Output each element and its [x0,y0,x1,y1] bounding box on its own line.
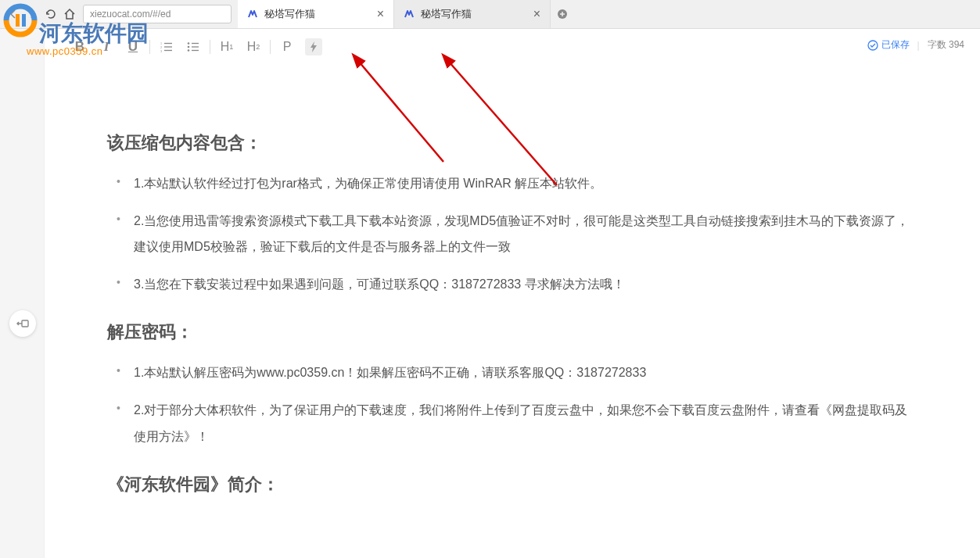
svg-text:3: 3 [160,48,162,52]
list-item: 2.当您使用迅雷等搜索资源模式下载工具下载本站资源，发现MD5值验证不对时，很可… [131,208,917,260]
format-toolbar: B I U 123 H1 H2 P [45,29,980,65]
ordered-list-button[interactable]: 123 [153,35,180,59]
status-divider: | [917,40,920,51]
editor-area: B I U 123 H1 H2 P 已保存 | 字数 [0,29,980,558]
back-panel-button[interactable] [9,310,36,337]
list-item: 1.本站默认解压密码为www.pc0359.cn！如果解压密码不正确，请联系客服… [131,359,917,386]
paragraph-button[interactable]: P [274,35,300,59]
heading2-button[interactable]: H2 [240,35,267,59]
tab-title: 秘塔写作猫 [421,7,529,21]
content-list: 1.本站默认软件经过打包为rar格式，为确保正常使用请使用 WinRAR 解压本… [107,170,917,297]
svg-rect-3 [22,320,28,327]
svg-point-10 [188,42,190,45]
flash-button[interactable] [305,38,322,55]
underline-button[interactable]: U [120,35,146,59]
home-icon[interactable] [63,7,77,21]
toolbar-separator [270,40,271,54]
main-panel: B I U 123 H1 H2 P 已保存 | 字数 [44,29,980,558]
svg-point-12 [188,45,190,48]
check-circle-icon [867,40,878,51]
tab-active[interactable]: 秘塔写作猫 × [238,0,394,28]
document-content[interactable]: 该压缩包内容包含： 1.本站默认软件经过打包为rar格式，为确保正常使用请使用 … [45,65,980,535]
word-count: 字数 394 [928,38,964,52]
new-tab-button[interactable] [551,0,574,28]
section-heading: 该压缩包内容包含： [107,131,917,155]
section-heading: 《河东软件园》简介： [107,473,917,496]
heading1-button[interactable]: H1 [214,35,240,59]
bold-button[interactable]: B [66,35,93,59]
svg-point-16 [868,41,878,50]
tab-favicon-icon [247,9,258,20]
browser-bar: xiezuocat.com/#/ed 秘塔写作猫 × 秘塔写作猫 × [0,0,980,29]
list-item: 1.本站默认软件经过打包为rar格式，为确保正常使用请使用 WinRAR 解压本… [131,170,917,197]
back-nav-icon[interactable] [6,7,20,21]
reload-icon[interactable] [44,7,58,21]
left-gutter [0,29,44,558]
saved-indicator: 已保存 [867,38,910,52]
forward-nav-icon[interactable] [25,7,39,21]
unordered-list-button[interactable] [180,35,206,59]
tab-close-icon[interactable]: × [533,7,540,21]
url-input[interactable]: xiezuocat.com/#/ed [83,5,232,23]
tab-inactive[interactable]: 秘塔写作猫 × [394,0,551,28]
list-item: 3.当您在下载安装过程中如果遇到问题，可通过联系QQ：3187272833 寻求… [131,271,917,298]
tab-favicon-icon [404,9,415,20]
toolbar-separator [210,40,210,54]
tab-title: 秘塔写作猫 [264,7,372,21]
section-heading: 解压密码： [107,320,917,344]
content-list: 1.本站默认解压密码为www.pc0359.cn！如果解压密码不正确，请联系客服… [107,359,917,449]
italic-button[interactable]: I [93,35,120,59]
toolbar-separator [149,40,150,54]
tab-close-icon[interactable]: × [377,7,384,21]
svg-point-14 [188,49,190,52]
tab-strip: 秘塔写作猫 × 秘塔写作猫 × [238,0,574,28]
status-bar: 已保存 | 字数 394 [867,38,965,52]
list-item: 2.对于部分大体积软件，为了保证用户的下载速度，我们将附件上传到了百度云盘中，如… [131,397,917,449]
